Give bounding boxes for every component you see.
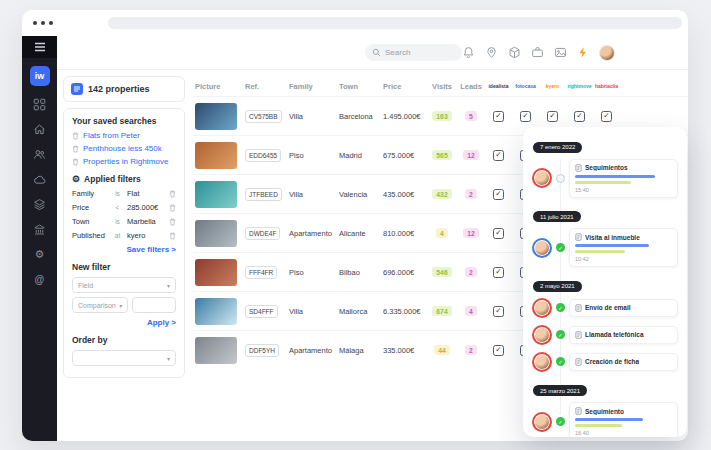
filter-operator: is (111, 190, 124, 197)
window-controls[interactable] (33, 21, 53, 25)
portal-checkbox[interactable]: ✓ (493, 150, 504, 161)
comparison-row: Comparison▾ (72, 295, 176, 315)
ref-code: EDD6455 (245, 149, 281, 162)
cloud-icon (33, 173, 46, 186)
package-icon[interactable] (508, 46, 521, 59)
portal-checkbox[interactable]: ✓ (493, 228, 504, 239)
trash-icon[interactable] (72, 145, 79, 153)
visits-badge: 565 (432, 150, 451, 160)
leads-cell: 12 (457, 150, 485, 160)
trash-icon[interactable] (72, 132, 79, 140)
timeline-date-chip: 2 mayo 2021 (533, 281, 582, 292)
activity-card[interactable]: Envío de email (569, 299, 678, 317)
saved-search-item[interactable]: Flats from Peter (72, 131, 176, 140)
leads-cell: 4 (457, 306, 485, 316)
entry-avatar[interactable] (532, 412, 552, 432)
entry-avatar[interactable] (532, 298, 552, 318)
visits-cell: 674 (427, 306, 457, 316)
activity-card[interactable]: Visita al inmueble10:42 (569, 228, 678, 267)
town-cell: Bilbao (337, 268, 381, 277)
filter-field: Family (72, 189, 108, 198)
timeline-entry: ✓Creación de ficha (532, 352, 678, 372)
comparison-select[interactable]: Comparison▾ (72, 297, 128, 313)
activity-card[interactable]: Creación de ficha (569, 353, 678, 371)
status-done-icon: ✓ (556, 330, 565, 339)
entry-avatar[interactable] (532, 325, 552, 345)
sidebar-item-cloud[interactable] (22, 167, 57, 192)
apply-link[interactable]: Apply > (72, 318, 176, 327)
browser-url-bar[interactable] (108, 17, 682, 29)
saved-search-item[interactable]: Penthhouse less 450k (72, 144, 176, 153)
visits-cell: 4 (427, 228, 457, 238)
search-icon (372, 48, 381, 57)
order-by-select[interactable]: ▾ (72, 350, 176, 366)
trash-icon[interactable] (169, 232, 176, 240)
price-cell: 675.000€ (381, 151, 427, 160)
trash-icon[interactable] (169, 218, 176, 226)
property-photo[interactable] (195, 337, 237, 364)
visits-badge: 432 (432, 189, 451, 199)
progress-bar-secondary (575, 424, 622, 427)
property-photo[interactable] (195, 298, 237, 325)
progress-bar-primary (575, 244, 649, 247)
map-pin-icon (575, 233, 582, 241)
portal-checkbox[interactable]: ✓ (547, 111, 558, 122)
saved-search-item[interactable]: Properties in Rightmove (72, 157, 176, 166)
stage: iw ⚙ (0, 0, 711, 450)
ref-code: JTFBEED (245, 188, 282, 201)
portal-cell: ✓ (485, 228, 512, 239)
portal-column-header: idealista (485, 83, 512, 89)
activity-card[interactable]: Seguimiento16:40 (569, 402, 678, 437)
filter-operator: < (111, 204, 124, 211)
sidebar-item-settings[interactable]: ⚙ (22, 242, 57, 267)
menu-icon (34, 42, 46, 52)
property-photo[interactable] (195, 142, 237, 169)
entry-avatar[interactable] (532, 168, 552, 188)
sidebar-item-home[interactable] (22, 117, 57, 142)
bell-icon[interactable] (462, 46, 475, 59)
property-photo[interactable] (195, 181, 237, 208)
leads-badge: 12 (463, 228, 479, 238)
save-filters-link[interactable]: Save filters > (72, 245, 176, 254)
trash-icon[interactable] (72, 158, 79, 166)
search-input[interactable]: Search (365, 44, 462, 61)
entry-avatar[interactable] (532, 238, 552, 258)
portal-checkbox[interactable]: ✓ (520, 111, 531, 122)
trash-icon[interactable] (169, 204, 176, 212)
sidebar-item-menu[interactable] (22, 36, 57, 58)
app-logo[interactable]: iw (30, 66, 50, 86)
activity-card[interactable]: Llamada telefónica (569, 326, 678, 344)
saved-search-label: Properties in Rightmove (83, 157, 168, 166)
town-cell: Madrid (337, 151, 381, 160)
trash-icon[interactable] (169, 190, 176, 198)
map-pin-icon[interactable] (485, 46, 498, 59)
image-icon[interactable] (554, 46, 567, 59)
bank-icon (33, 223, 46, 236)
field-select[interactable]: Field▾ (72, 277, 176, 293)
property-photo[interactable] (195, 220, 237, 247)
portal-checkbox[interactable]: ✓ (493, 345, 504, 356)
sidebar-item-bank[interactable] (22, 217, 57, 242)
timeline-entry: ✓Envío de email (532, 298, 678, 318)
portal-checkbox[interactable]: ✓ (493, 189, 504, 200)
briefcase-icon[interactable] (531, 46, 544, 59)
user-avatar[interactable] (599, 45, 615, 61)
sidebar-item-contacts[interactable] (22, 142, 57, 167)
sidebar-item-properties[interactable] (22, 192, 57, 217)
portal-checkbox[interactable]: ✓ (493, 267, 504, 278)
sidebar-item-mentions[interactable]: @ (22, 267, 57, 292)
portal-checkbox[interactable]: ✓ (574, 111, 585, 122)
activity-card[interactable]: Seguimientos15:40 (569, 159, 678, 198)
portal-checkbox[interactable]: ✓ (493, 111, 504, 122)
portal-checkbox[interactable]: ✓ (601, 111, 612, 122)
entry-avatar[interactable] (532, 352, 552, 372)
column-header: Leads (457, 82, 485, 91)
timeline-entry: Seguimientos15:40 (532, 159, 678, 198)
ref-code: DWDE4F (245, 227, 280, 240)
property-photo[interactable] (195, 103, 237, 130)
sidebar-item-dashboard[interactable] (22, 92, 57, 117)
comparison-value-input[interactable] (132, 297, 176, 313)
flash-icon[interactable] (577, 46, 589, 59)
property-photo[interactable] (195, 259, 237, 286)
portal-checkbox[interactable]: ✓ (493, 306, 504, 317)
